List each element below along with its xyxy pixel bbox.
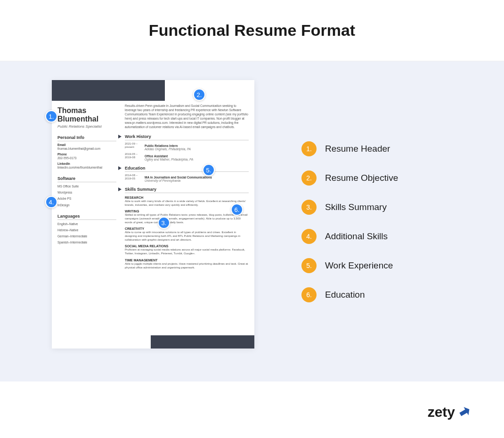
email-label: Email — [57, 143, 116, 146]
work-dates: 2019-05 – 2019-08 — [125, 153, 142, 161]
legend: 1.Resume Header2.Resume Objective3.Skill… — [301, 80, 398, 363]
linkedin-value: linkedin.com/me/thomblumenthal — [57, 165, 116, 170]
skills-summary-heading: Skills Summary — [125, 187, 249, 193]
work-dates: 2021-09 – present — [125, 142, 142, 151]
email-value: thomas.blumenthal@gmail.com — [57, 146, 116, 151]
education-heading: Education — [125, 166, 249, 172]
work-history-heading: Work History — [125, 134, 249, 140]
callout-marker: 6. — [231, 203, 243, 216]
phone-value: 202-555-0173 — [57, 156, 116, 160]
work-title: Public Relations Intern — [145, 144, 249, 147]
resume-preview-wrap: Thomas Blumenthal Public Relations Speci… — [52, 80, 254, 363]
languages-list: English–NativeHebrew–NativeGerman–Interm… — [57, 222, 116, 244]
legend-item: 1.Resume Header — [301, 141, 398, 156]
legend-item: 6.Education — [301, 287, 398, 302]
legend-label: Skills Summary — [325, 202, 387, 212]
linkedin-label: LinkedIn — [57, 162, 116, 165]
resume-role: Public Relations Specialist — [57, 124, 116, 129]
legend-number: 4. — [301, 229, 317, 244]
legend-item: 2.Resume Objective — [301, 170, 398, 186]
software-item: InDesign — [57, 203, 116, 207]
language-item: English–Native — [57, 222, 116, 226]
skill-desc: Proficient at managing social media rela… — [125, 248, 249, 255]
skill-desc: Able to come up with innovative solution… — [125, 230, 249, 242]
skill-name: CREATIVITY — [125, 227, 249, 230]
work-title: Office Assistant — [145, 154, 249, 158]
resume-body: Thomas Blumenthal Public Relations Speci… — [52, 80, 254, 349]
legend-label: Resume Header — [325, 144, 390, 154]
resume-objective: Results-driven Penn graduate in Journali… — [125, 104, 249, 130]
education-list: 2014-08 – 2019-05MA in Journalism and So… — [125, 174, 249, 182]
legend-number: 3. — [301, 200, 317, 215]
page-header: Functional Resume Format — [0, 0, 504, 61]
legend-item: 4.Additional Skills — [301, 229, 398, 244]
personal-info-heading: Personal Info — [57, 135, 116, 141]
skill-desc: Able to work with many kinds of clients … — [125, 199, 249, 207]
page-title: Functional Resume Format — [149, 21, 355, 40]
resume-preview: Thomas Blumenthal Public Relations Speci… — [52, 80, 254, 349]
language-item: Spanish–Intermediate — [57, 240, 116, 244]
resume-top-bar — [52, 80, 165, 101]
work-item: 2019-05 – 2019-08Office AssistantOgilvy … — [125, 153, 249, 161]
software-item: Adobe PS — [57, 196, 116, 201]
brand-arrow-icon — [458, 406, 471, 419]
resume-left-column: Thomas Blumenthal Public Relations Speci… — [57, 104, 121, 333]
legend-item: 5.Work Experience — [301, 258, 398, 273]
callout-marker: 5. — [203, 164, 215, 176]
legend-label: Resume Objective — [325, 173, 398, 183]
software-heading: Software — [57, 176, 116, 182]
skills-summary-list: RESEARCHAble to work with many kinds of … — [125, 196, 249, 269]
software-item: Wordpress — [57, 190, 116, 195]
brand-text: zety — [428, 404, 455, 420]
skill-name: WRITING — [125, 210, 249, 213]
legend-number: 2. — [301, 170, 317, 186]
skill-desc: Able to juggle multiple clients and proj… — [125, 262, 249, 269]
footer: zety — [0, 386, 504, 438]
edu-dates: 2014-08 – 2019-05 — [125, 174, 142, 182]
resume-bottom-bar — [151, 335, 254, 349]
callout-marker: 3. — [158, 217, 170, 229]
skill-name: RESEARCH — [125, 196, 249, 199]
main-content: Thomas Blumenthal Public Relations Speci… — [0, 61, 504, 381]
language-item: German–Intermediate — [57, 234, 116, 238]
legend-label: Work Experience — [325, 260, 393, 271]
work-history-list: 2021-09 – presentPublic Relations Intern… — [125, 142, 249, 161]
callout-marker: 2. — [193, 89, 205, 101]
resume-name: Thomas Blumenthal — [57, 106, 116, 123]
legend-number: 6. — [301, 287, 317, 302]
work-item: 2021-09 – presentPublic Relations Intern… — [125, 142, 249, 151]
skill-name: TIME MANAGEMENT — [125, 259, 249, 262]
edu-title: MA in Journalism and Social Communicatio… — [145, 176, 249, 179]
callout-marker: 4. — [45, 196, 57, 208]
phone-label: Phone — [57, 153, 116, 156]
legend-item: 3.Skills Summary — [301, 200, 398, 215]
legend-number: 1. — [301, 141, 317, 156]
software-item: MS Office Suite — [57, 184, 116, 188]
work-org: Ogilvy and Mather, Philadelphia, PA — [145, 158, 249, 161]
language-item: Hebrew–Native — [57, 228, 116, 232]
edu-org: University of Pennsylvania — [145, 179, 249, 182]
brand-logo: zety — [428, 404, 471, 420]
skill-desc: Skilled at writing all types of Public R… — [125, 213, 249, 224]
software-list: MS Office SuiteWordpressAdobe PSInDesign — [57, 184, 116, 207]
languages-heading: Languages — [57, 214, 116, 220]
legend-label: Education — [325, 290, 365, 300]
work-org: Adidas Originals, Philadelphia, PA — [145, 147, 249, 151]
callout-marker: 1. — [45, 110, 57, 122]
education-item: 2014-08 – 2019-05MA in Journalism and So… — [125, 174, 249, 182]
legend-label: Additional Skills — [325, 231, 388, 242]
resume-right-column: Results-driven Penn graduate in Journali… — [121, 104, 249, 333]
legend-number: 5. — [301, 258, 317, 273]
skill-name: SOCIAL MEDIA RELATIONS — [125, 244, 249, 248]
